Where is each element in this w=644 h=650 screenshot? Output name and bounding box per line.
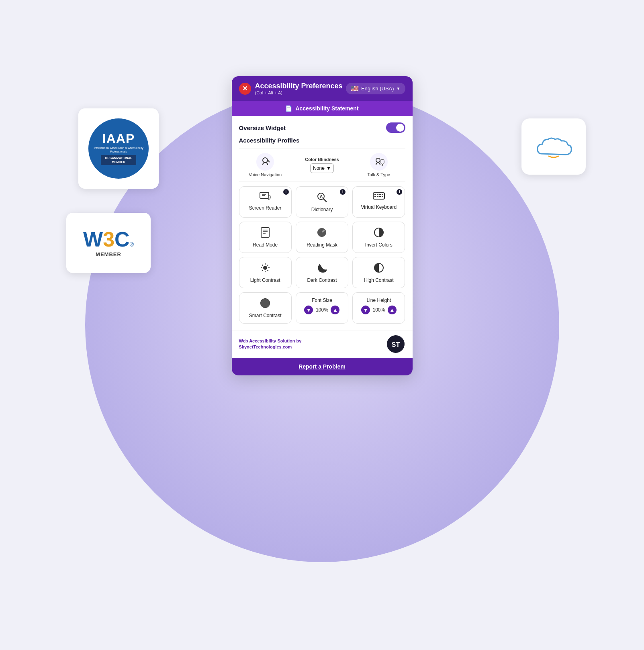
- line-height-label: Line Height: [366, 297, 391, 303]
- feature-smart-contrast[interactable]: Smart Contrast: [239, 292, 292, 324]
- feature-dictionary[interactable]: i A Dictionary: [296, 186, 348, 218]
- font-size-value: 100%: [315, 307, 329, 313]
- panel-title-main: Accessibility Preferences: [255, 82, 343, 90]
- talk-type-label: Talk & Type: [367, 172, 390, 177]
- invert-colors-icon: [373, 227, 384, 240]
- feature-font-size: Font Size ▼ 100% ▲: [296, 292, 348, 324]
- oversize-widget-row: Oversize Widget: [239, 122, 405, 133]
- screen-reader-label: Screen Reader: [249, 205, 282, 211]
- report-bar[interactable]: Report a Problem: [232, 358, 413, 375]
- svg-point-0: [263, 158, 268, 163]
- iaap-org-line2: MEMBER: [112, 160, 125, 164]
- feature-reading-mask[interactable]: Reading Mask: [296, 222, 348, 253]
- font-size-increase[interactable]: ▲: [331, 306, 339, 314]
- svg-rect-3: [381, 159, 384, 164]
- iaap-org-line1: ORGANIZATIONAL: [105, 156, 132, 160]
- svg-rect-19: [377, 196, 378, 197]
- smart-contrast-icon: [260, 297, 271, 310]
- svg-rect-20: [379, 196, 381, 197]
- language-selector[interactable]: 🇺🇸 English (USA) ▼: [346, 83, 405, 94]
- w3c-member: MEMBER: [96, 251, 121, 257]
- panel-footer: Web Accessibility Solution by SkynetTech…: [232, 330, 413, 358]
- virtual-keyboard-label: Virtual Keyboard: [361, 204, 397, 210]
- feature-line-height: Line Height ▼ 100% ▲: [352, 292, 405, 324]
- line-height-increase[interactable]: ▲: [388, 306, 397, 314]
- smart-contrast-label: Smart Contrast: [249, 313, 282, 318]
- svg-line-33: [262, 265, 263, 266]
- info-badge-dictionary: i: [340, 189, 346, 195]
- chevron-down-icon: ▼: [397, 86, 401, 91]
- light-contrast-label: Light Contrast: [250, 277, 280, 283]
- svg-rect-16: [379, 194, 381, 195]
- footer-line1: Web Accessibility Solution by: [239, 338, 302, 343]
- iaap-org-band: ORGANIZATIONAL MEMBER: [101, 155, 136, 165]
- profile-talk-type[interactable]: Talk & Type: [352, 153, 405, 177]
- voice-navigation-icon: [256, 153, 274, 171]
- cloud-icon: [534, 134, 574, 160]
- stmt-label: Accessibility Statement: [295, 105, 358, 112]
- feature-virtual-keyboard[interactable]: i Virtu: [352, 186, 405, 218]
- high-contrast-icon: [373, 262, 384, 275]
- feature-screen-reader[interactable]: i Screen Reader: [239, 186, 292, 218]
- svg-rect-21: [382, 196, 383, 197]
- w3c-w: W: [83, 229, 103, 250]
- info-badge-screen-reader: i: [283, 189, 289, 195]
- w3c-reg: ®: [130, 241, 134, 248]
- feature-light-contrast[interactable]: Light Contrast: [239, 257, 292, 288]
- panel-body: Oversize Widget Accessibility Profiles: [232, 116, 413, 330]
- svg-text:A: A: [320, 194, 323, 199]
- iaap-circle: IAAP International Association of Access…: [88, 118, 149, 179]
- feature-read-mode[interactable]: Read Mode: [239, 222, 292, 253]
- panel-title: Accessibility Preferences (Ctrl + Alt + …: [255, 82, 343, 95]
- reading-mask-label: Reading Mask: [307, 242, 337, 248]
- line-height-decrease[interactable]: ▼: [361, 306, 370, 314]
- accessibility-statement-bar[interactable]: 📄 Accessibility Statement: [232, 101, 413, 116]
- dark-contrast-label: Dark Contrast: [307, 277, 337, 283]
- flag-icon: 🇺🇸: [351, 85, 359, 92]
- dictionary-label: Dictionary: [311, 207, 333, 212]
- read-mode-icon: [260, 227, 270, 240]
- talk-type-icon: [370, 153, 388, 171]
- toggle-knob: [396, 124, 404, 132]
- svg-text:ST: ST: [391, 341, 400, 348]
- invert-colors-label: Invert Colors: [365, 242, 393, 248]
- panel-header-left: ✕ Accessibility Preferences (Ctrl + Alt …: [239, 82, 343, 95]
- feature-invert-colors[interactable]: Invert Colors: [352, 222, 405, 253]
- w3c-logo: W 3 C ®: [83, 229, 134, 250]
- profiles-section-title: Accessibility Profiles: [239, 137, 405, 144]
- svg-point-28: [263, 266, 267, 270]
- profile-color-blindness[interactable]: Color Blindness None ▼: [296, 157, 348, 173]
- high-contrast-label: High Contrast: [364, 277, 393, 283]
- oversize-widget-toggle[interactable]: [386, 122, 405, 133]
- feature-dark-contrast[interactable]: Dark Contrast: [296, 257, 348, 288]
- w3c-3: 3: [103, 229, 114, 250]
- font-size-stepper: ▼ 100% ▲: [304, 306, 339, 314]
- iaap-main-text: IAAP: [102, 132, 135, 145]
- font-size-decrease[interactable]: ▼: [304, 306, 313, 314]
- dictionary-icon: A: [316, 192, 327, 204]
- read-mode-label: Read Mode: [253, 242, 278, 248]
- svg-line-34: [268, 270, 268, 271]
- bottom-row: Smart Contrast Font Size ▼ 100% ▲ Line H…: [239, 292, 405, 324]
- svg-rect-17: [382, 194, 383, 195]
- svg-line-12: [323, 199, 326, 202]
- svg-point-9: [268, 197, 270, 198]
- svg-point-2: [376, 158, 380, 162]
- report-label: Report a Problem: [298, 363, 346, 370]
- language-label: English (USA): [361, 86, 394, 92]
- color-blindness-label: Color Blindness: [305, 157, 339, 162]
- cloud-card: [521, 118, 586, 175]
- font-size-label: Font Size: [312, 297, 332, 303]
- profiles-row: Voice Navigation Color Blindness None ▼: [239, 149, 405, 181]
- w3c-c: C: [114, 229, 130, 250]
- close-button[interactable]: ✕: [239, 83, 251, 95]
- profile-voice-navigation[interactable]: Voice Navigation: [239, 153, 292, 177]
- light-contrast-icon: [260, 262, 271, 275]
- svg-rect-18: [374, 196, 376, 197]
- screen-reader-icon: [259, 192, 271, 203]
- color-blindness-select[interactable]: None ▼: [310, 163, 334, 173]
- feature-high-contrast[interactable]: High Contrast: [352, 257, 405, 288]
- color-blindness-value: None: [313, 165, 325, 171]
- svg-rect-15: [377, 194, 378, 195]
- info-badge-virtual-keyboard: i: [397, 189, 402, 195]
